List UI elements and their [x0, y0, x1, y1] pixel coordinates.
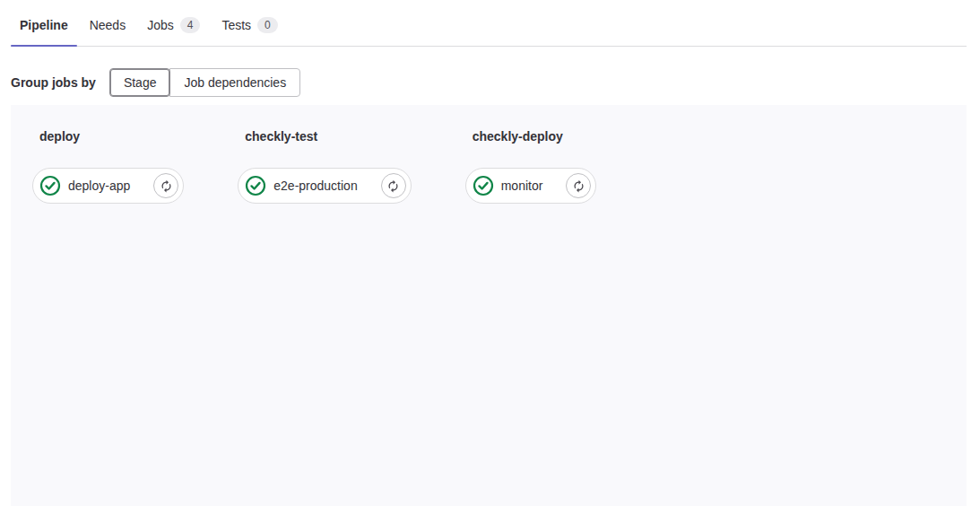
group-by-job-dependencies-button[interactable]: Job dependencies	[169, 68, 300, 97]
job-pill-deploy-app[interactable]: deploy-app	[32, 168, 184, 204]
group-jobs-by-label: Group jobs by	[11, 75, 96, 90]
stage-title: deploy	[39, 127, 80, 145]
tab-needs[interactable]: Needs	[81, 9, 134, 46]
group-jobs-controls: Group jobs by Stage Job dependencies	[11, 68, 967, 97]
jobs-count-badge: 4	[180, 17, 201, 33]
retry-icon	[572, 179, 585, 193]
retry-job-button[interactable]	[381, 173, 406, 198]
tab-pipeline[interactable]: Pipeline	[11, 9, 77, 46]
pipeline-tab-bar: Pipeline Needs Jobs 4 Tests 0	[11, 0, 967, 47]
status-success-icon	[245, 175, 266, 196]
stage-column-deploy: deploy deploy-app	[32, 127, 184, 204]
retry-job-button[interactable]	[153, 173, 178, 198]
stage-title: checkly-test	[245, 127, 317, 145]
status-success-icon	[473, 175, 494, 196]
group-jobs-segmented-control: Stage Job dependencies	[109, 68, 300, 97]
status-success-icon	[39, 175, 61, 196]
tests-count-badge: 0	[257, 17, 278, 33]
stage-column-checkly-test: checkly-test e2e-production	[238, 127, 411, 204]
retry-job-button[interactable]	[566, 173, 591, 198]
job-name: deploy-app	[68, 177, 130, 195]
tab-tests-label: Tests	[221, 16, 251, 34]
tab-tests[interactable]: Tests 0	[212, 9, 286, 46]
tab-needs-label: Needs	[90, 16, 126, 34]
job-name: monitor	[501, 177, 543, 195]
retry-icon	[160, 179, 173, 193]
tab-jobs-label: Jobs	[147, 16, 174, 34]
group-by-stage-button[interactable]: Stage	[109, 68, 171, 97]
stage-column-checkly-deploy: checkly-deploy monitor	[465, 127, 597, 204]
job-pill-e2e-production[interactable]: e2e-production	[238, 168, 411, 204]
stage-title: checkly-deploy	[473, 127, 563, 145]
retry-icon	[386, 179, 400, 193]
tab-jobs[interactable]: Jobs 4	[138, 9, 209, 46]
pipeline-page: Pipeline Needs Jobs 4 Tests 0 Group jobs…	[0, 0, 980, 506]
job-pill-monitor[interactable]: monitor	[465, 168, 597, 204]
pipeline-graph-panel: deploy deploy-app checkly-test	[11, 105, 967, 506]
tab-pipeline-label: Pipeline	[20, 16, 68, 34]
job-name: e2e-production	[273, 177, 357, 195]
